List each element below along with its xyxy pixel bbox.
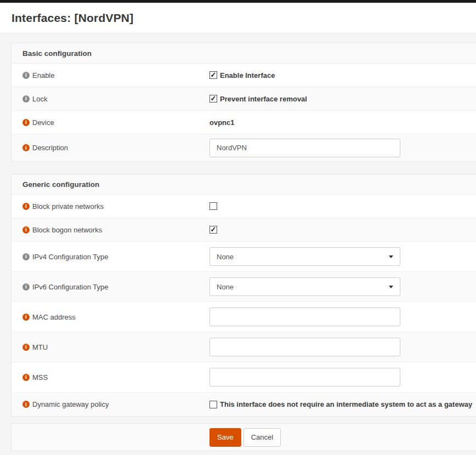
- field-label-ipv6-type: IPv6 Configuration Type: [32, 283, 109, 291]
- field-label-mac: MAC address: [32, 313, 76, 321]
- chevron-down-icon: [389, 255, 393, 258]
- form-row-enable: i Enable ✓ Enable Interface: [12, 64, 476, 87]
- form-row-lock: i Lock ✓ Prevent interface removal: [12, 87, 476, 111]
- info-icon[interactable]: i: [22, 72, 30, 79]
- form-row-block-private: i Block private networks ✓: [12, 195, 476, 218]
- chevron-down-icon: [389, 286, 393, 288]
- form-footer: Save Cancel: [11, 423, 476, 451]
- enable-interface-checkbox[interactable]: ✓: [209, 71, 217, 79]
- info-icon[interactable]: i: [22, 95, 30, 103]
- section-title-generic: Generic configuration: [12, 174, 476, 195]
- ipv6-type-select[interactable]: None: [209, 277, 400, 296]
- page-title: Interfaces: [NordVPN]: [12, 12, 133, 25]
- info-icon[interactable]: i: [22, 119, 30, 126]
- field-label-block-bogon: Block bogon networks: [32, 226, 102, 234]
- info-icon[interactable]: i: [22, 144, 30, 151]
- field-label-block-private: Block private networks: [32, 202, 104, 211]
- mss-input[interactable]: [209, 368, 400, 386]
- prevent-removal-checkbox-label: Prevent interface removal: [220, 95, 307, 103]
- info-icon[interactable]: i: [22, 253, 30, 260]
- dynamic-gateway-checkbox-label: This interface does not require an inter…: [220, 400, 472, 408]
- section-title-basic: Basic configuration: [12, 43, 476, 64]
- save-button[interactable]: Save: [209, 428, 241, 447]
- field-label-lock: Lock: [32, 95, 47, 103]
- cancel-button[interactable]: Cancel: [243, 428, 281, 447]
- dynamic-gateway-checkbox[interactable]: ✓: [209, 401, 217, 408]
- form-row-dynamic-gateway: i Dynamic gateway policy ✓ This interfac…: [12, 393, 476, 416]
- description-input[interactable]: [209, 139, 400, 157]
- info-icon[interactable]: i: [22, 314, 30, 321]
- form-row-mtu: i MTU: [12, 332, 476, 362]
- info-icon[interactable]: i: [22, 374, 30, 381]
- ipv4-type-selected-value: None: [217, 253, 234, 261]
- info-icon[interactable]: i: [22, 401, 30, 408]
- field-label-description: Description: [32, 144, 68, 152]
- mtu-input[interactable]: [209, 338, 400, 356]
- form-row-device: i Device ovpnc1: [12, 111, 476, 134]
- field-label-dynamic-gateway: Dynamic gateway policy: [32, 400, 109, 408]
- generic-configuration-panel: Generic configuration i Block private ne…: [11, 174, 476, 417]
- info-icon[interactable]: i: [22, 283, 30, 291]
- device-value: ovpnc1: [209, 118, 235, 127]
- field-label-device: Device: [32, 118, 54, 127]
- form-row-mac: i MAC address: [12, 302, 476, 332]
- info-icon[interactable]: i: [22, 226, 30, 234]
- field-label-ipv4-type: IPv4 Configuration Type: [32, 253, 109, 261]
- form-row-mss: i MSS: [12, 362, 476, 393]
- form-row-ipv4-type: i IPv4 Configuration Type None: [12, 242, 476, 272]
- field-label-mss: MSS: [32, 373, 48, 382]
- content-area: Basic configuration i Enable ✓ Enable In…: [0, 33, 476, 451]
- block-bogon-checkbox[interactable]: ✓: [209, 226, 217, 234]
- mac-address-input[interactable]: [209, 308, 400, 326]
- ipv6-type-selected-value: None: [217, 283, 234, 291]
- form-row-description: i Description: [12, 134, 476, 161]
- ipv4-type-select[interactable]: None: [209, 247, 400, 266]
- info-icon[interactable]: i: [22, 344, 30, 351]
- form-row-ipv6-type: i IPv6 Configuration Type None: [12, 272, 476, 302]
- form-row-block-bogon: i Block bogon networks ✓: [12, 218, 476, 242]
- field-label-enable: Enable: [32, 71, 54, 79]
- block-private-checkbox[interactable]: ✓: [209, 202, 217, 210]
- prevent-removal-checkbox[interactable]: ✓: [209, 95, 217, 103]
- field-label-mtu: MTU: [32, 343, 48, 351]
- enable-interface-checkbox-label: Enable Interface: [220, 71, 275, 79]
- page-header: Interfaces: [NordVPN]: [0, 3, 476, 33]
- basic-configuration-panel: Basic configuration i Enable ✓ Enable In…: [11, 43, 476, 162]
- info-icon[interactable]: i: [22, 203, 30, 210]
